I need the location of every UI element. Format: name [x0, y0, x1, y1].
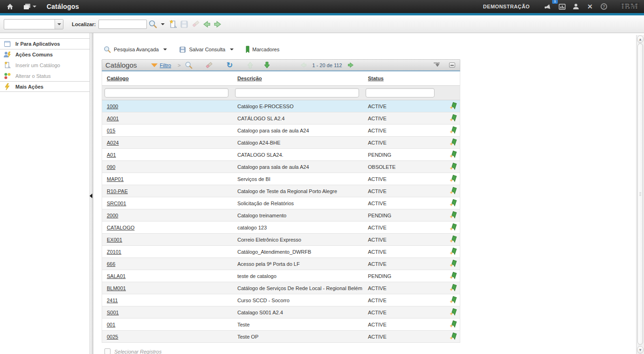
- add-bookmark-button[interactable]: [439, 126, 461, 134]
- sidebar-item-ir-para-aplicativos[interactable]: Ir Para Aplicativos: [0, 38, 90, 49]
- filter-catalog-input[interactable]: [104, 88, 229, 97]
- catalog-link[interactable]: 2000: [107, 213, 118, 218]
- catalog-link[interactable]: CATALOGO: [107, 225, 135, 230]
- add-bookmark-button[interactable]: [439, 102, 461, 110]
- previous-row-button[interactable]: [245, 60, 255, 70]
- next-record-button[interactable]: [212, 19, 223, 30]
- add-bookmark-button[interactable]: [439, 260, 461, 268]
- sidebar-item-acoes-comuns[interactable]: Ações Comuns: [0, 49, 90, 60]
- chevron-down-icon[interactable]: [163, 49, 167, 50]
- new-record-button[interactable]: [167, 19, 179, 30]
- sort-catalog-column[interactable]: Catálogo: [102, 76, 233, 81]
- add-bookmark-button[interactable]: [439, 308, 461, 316]
- profile-button[interactable]: [570, 1, 582, 12]
- catalog-status: ACTIVE: [363, 188, 439, 194]
- add-bookmark-button[interactable]: [439, 284, 461, 292]
- catalog-link[interactable]: 666: [107, 261, 115, 267]
- table-row: SALA01teste de catalogoPENDING: [102, 270, 460, 282]
- add-bookmark-button[interactable]: [439, 296, 461, 304]
- download-button[interactable]: [431, 60, 442, 70]
- filter-status-input[interactable]: [366, 88, 435, 97]
- quick-insert-select[interactable]: [4, 19, 63, 29]
- table-row: 015Catalogo para sala de aula A24ACTIVE: [102, 125, 460, 137]
- catalog-link[interactable]: 1000: [107, 104, 118, 109]
- catalog-link[interactable]: 015: [107, 128, 115, 133]
- catalog-link[interactable]: A01: [107, 152, 116, 158]
- save-query-button[interactable]: Salvar Consulta: [179, 46, 234, 53]
- table-row: SRC001Solicitação de RelatóriosACTIVE: [102, 197, 460, 209]
- table-row: EX001Correio Eletrônico ExpressoACTIVE: [102, 234, 460, 246]
- search-options-dropdown[interactable]: [156, 19, 167, 30]
- clear-filter-button[interactable]: [204, 60, 214, 70]
- close-icon[interactable]: ✕: [584, 1, 596, 12]
- table-search-button[interactable]: [183, 60, 194, 70]
- catalog-link[interactable]: R10-PAE: [107, 188, 128, 194]
- add-bookmark-button[interactable]: [439, 236, 461, 243]
- combo-dropdown-button[interactable]: [55, 20, 63, 29]
- next-page-button[interactable]: [346, 60, 356, 70]
- add-bookmark-button[interactable]: [439, 151, 461, 159]
- catalog-link[interactable]: BLM001: [107, 285, 126, 291]
- advanced-search-button[interactable]: Pesquisa Avançada: [104, 46, 167, 53]
- announcements-button[interactable]: 1: [542, 1, 554, 12]
- select-records-checkbox[interactable]: [104, 348, 111, 354]
- catalog-link[interactable]: SALA01: [107, 273, 125, 279]
- sidebar-item-mais-acoes[interactable]: Mais Ações: [0, 81, 90, 92]
- previous-page-button[interactable]: [298, 60, 308, 70]
- sidebar-item-inserir-um-catalogo[interactable]: Inserir um Catálogo: [0, 60, 90, 70]
- minimize-table-button[interactable]: [449, 62, 455, 68]
- home-icon[interactable]: [4, 1, 16, 12]
- add-bookmark-button[interactable]: [439, 114, 461, 122]
- catalog-status: ACTIVE: [363, 176, 439, 182]
- add-bookmark-button[interactable]: [439, 320, 461, 328]
- table-row: CATALOGOcatalogo 123ACTIVE: [102, 222, 460, 234]
- add-bookmark-button[interactable]: [439, 199, 461, 207]
- refresh-icon[interactable]: ↻: [224, 60, 235, 70]
- previous-record-button[interactable]: [201, 19, 212, 30]
- add-bookmark-button[interactable]: [439, 248, 461, 256]
- help-button[interactable]: ?: [598, 1, 610, 12]
- catalog-link[interactable]: A001: [107, 116, 119, 121]
- sort-description-column[interactable]: Descrição: [233, 76, 363, 81]
- catalog-link[interactable]: 001: [107, 322, 115, 327]
- sidebar-collapse-handle[interactable]: [90, 193, 93, 199]
- bookmarks-button[interactable]: Marcadores: [246, 46, 279, 53]
- clear-changes-button[interactable]: [190, 19, 201, 30]
- scroll-down-icon[interactable]: ▼: [637, 346, 644, 354]
- add-bookmark-button[interactable]: [439, 272, 461, 280]
- app-switcher-button[interactable]: [23, 3, 36, 10]
- catalog-status: ACTIVE: [363, 249, 439, 255]
- add-bookmark-button[interactable]: [439, 175, 461, 183]
- arrow-left-icon: [202, 20, 211, 28]
- catalog-link[interactable]: 0025: [107, 334, 118, 340]
- add-bookmark-button[interactable]: [439, 333, 461, 340]
- catalog-link[interactable]: A024: [107, 140, 119, 146]
- add-bookmark-button[interactable]: [439, 139, 461, 146]
- catalog-link[interactable]: MAP01: [107, 176, 124, 182]
- sidebar-splitter[interactable]: [90, 33, 93, 354]
- sidebar-item-alterar-o-status[interactable]: Alterar o Status: [0, 70, 90, 81]
- filter-toggle-link[interactable]: Filtro: [160, 62, 171, 68]
- bookmark-icon: [246, 46, 249, 53]
- scroll-up-icon[interactable]: ▲: [637, 35, 644, 43]
- add-bookmark-button[interactable]: [439, 187, 461, 195]
- sort-status-column[interactable]: Status: [363, 76, 439, 81]
- catalog-link[interactable]: SRC001: [107, 201, 126, 206]
- localizar-input[interactable]: [98, 20, 147, 29]
- add-bookmark-button[interactable]: [439, 223, 461, 231]
- save-button[interactable]: [179, 19, 190, 30]
- scrollbar-thumb[interactable]: [637, 43, 643, 345]
- catalog-link[interactable]: Z0101: [107, 249, 121, 255]
- next-row-button[interactable]: [262, 60, 272, 70]
- bookmark-add-icon: [449, 102, 457, 110]
- chevron-down-icon[interactable]: [230, 49, 234, 50]
- catalog-link[interactable]: 090: [107, 164, 115, 170]
- add-bookmark-button[interactable]: [439, 163, 461, 171]
- add-bookmark-button[interactable]: [439, 211, 461, 219]
- catalog-link[interactable]: S001: [107, 310, 119, 315]
- filter-description-input[interactable]: [235, 88, 359, 97]
- catalog-link[interactable]: EX001: [107, 237, 122, 243]
- vertical-scrollbar[interactable]: ▲ ▼: [636, 35, 644, 354]
- catalog-link[interactable]: 2411: [107, 298, 118, 303]
- filter-triangle-icon[interactable]: [151, 63, 158, 67]
